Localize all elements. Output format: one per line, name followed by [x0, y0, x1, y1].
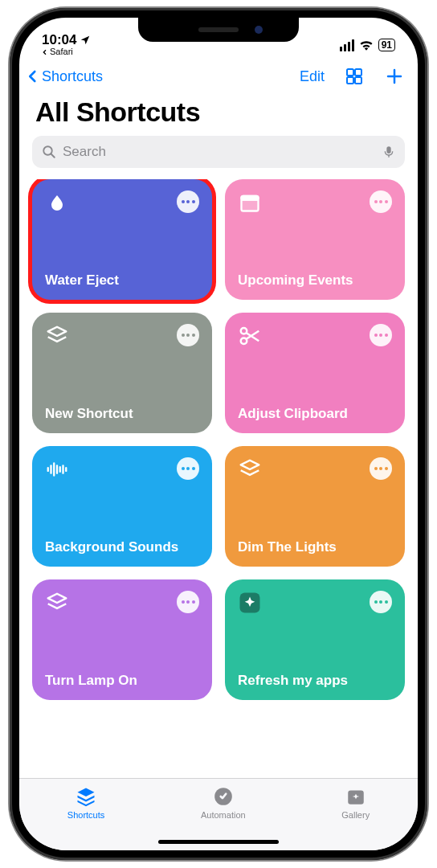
svg-rect-2 — [347, 77, 353, 84]
sparkle-icon — [238, 591, 262, 615]
nav-back-button[interactable]: Shortcuts — [26, 67, 103, 86]
tab-shortcuts[interactable]: Shortcuts — [67, 785, 104, 850]
shortcut-tile[interactable]: Background Sounds — [32, 446, 212, 567]
shortcut-tile[interactable]: Adjust Clipboard — [225, 313, 405, 433]
more-button[interactable] — [177, 591, 199, 613]
drop-icon — [45, 190, 69, 215]
screen: 10:04 Safari 91 Shortcuts Edit — [19, 18, 418, 850]
more-button[interactable] — [177, 324, 199, 346]
mic-icon[interactable] — [382, 144, 395, 160]
page-title: All Shortcuts — [19, 93, 418, 136]
more-button[interactable] — [177, 190, 199, 213]
gallery-tab-icon — [345, 785, 367, 808]
status-time: 10:04 — [42, 33, 76, 47]
tile-label: Background Sounds — [45, 538, 199, 555]
tab-shortcuts-label: Shortcuts — [67, 810, 104, 820]
shortcut-tile[interactable]: Upcoming Events — [225, 179, 405, 300]
tab-gallery-label: Gallery — [341, 810, 370, 820]
more-button[interactable] — [370, 324, 392, 346]
shortcuts-tab-icon — [75, 785, 97, 808]
shortcut-tile[interactable]: Dim The Lights — [225, 446, 405, 567]
shortcut-tile[interactable]: Turn Lamp On — [32, 579, 212, 700]
svg-rect-1 — [355, 69, 361, 76]
tile-label: Dim The Lights — [238, 538, 392, 555]
shortcuts-grid: Water EjectUpcoming EventsNew ShortcutAd… — [19, 179, 418, 778]
shortcut-tile[interactable]: Water Eject — [32, 179, 212, 300]
edit-button[interactable]: Edit — [300, 68, 325, 85]
grid-icon — [345, 67, 364, 86]
location-icon — [80, 35, 91, 46]
calendar-icon — [238, 190, 262, 215]
notch — [138, 18, 299, 42]
plus-icon — [385, 67, 404, 86]
tile-label: Water Eject — [45, 272, 199, 289]
tile-label: Adjust Clipboard — [238, 405, 392, 422]
more-button[interactable] — [370, 190, 392, 213]
add-button[interactable] — [384, 66, 405, 87]
view-mode-button[interactable] — [344, 66, 365, 87]
shortcut-tile[interactable]: New Shortcut — [32, 313, 212, 433]
chevron-left-icon — [26, 67, 40, 86]
stack-icon — [45, 591, 69, 615]
more-button[interactable] — [177, 457, 199, 480]
back-app-label: Safari — [50, 47, 73, 56]
nav-bar: Shortcuts Edit — [19, 58, 418, 93]
tab-gallery[interactable]: Gallery — [341, 785, 370, 850]
tile-label: Refresh my apps — [238, 672, 392, 689]
home-indicator[interactable] — [158, 840, 279, 844]
tile-label: New Shortcut — [45, 405, 199, 422]
automation-tab-icon — [212, 785, 235, 808]
stack-icon — [238, 457, 262, 481]
more-button[interactable] — [370, 457, 392, 480]
soundwave-icon — [45, 457, 69, 481]
stack-icon — [45, 324, 69, 348]
svg-rect-3 — [355, 77, 361, 84]
battery-indicator: 91 — [378, 39, 395, 51]
svg-rect-0 — [347, 69, 353, 76]
svg-point-7 — [241, 328, 247, 334]
nav-back-label: Shortcuts — [42, 68, 103, 85]
shortcut-tile[interactable]: Refresh my apps — [225, 579, 405, 700]
device-frame: 10:04 Safari 91 Shortcuts Edit — [10, 8, 427, 860]
wifi-icon — [359, 39, 374, 51]
scissors-icon — [238, 324, 262, 348]
cellular-icon — [340, 39, 354, 51]
svg-point-8 — [241, 338, 247, 345]
tile-label: Turn Lamp On — [45, 672, 199, 689]
tile-label: Upcoming Events — [238, 272, 392, 289]
more-button[interactable] — [370, 591, 392, 613]
back-caret-icon — [42, 49, 48, 55]
tab-automation-label: Automation — [201, 810, 246, 820]
svg-rect-6 — [242, 196, 259, 200]
search-input[interactable] — [63, 144, 376, 160]
back-to-app[interactable]: Safari — [42, 47, 91, 56]
search-field[interactable] — [32, 136, 405, 168]
search-icon — [42, 145, 56, 159]
